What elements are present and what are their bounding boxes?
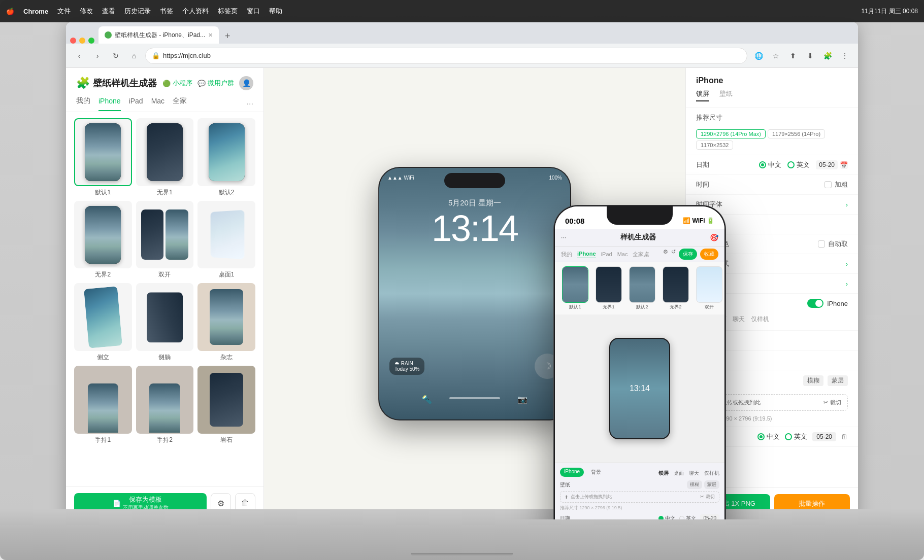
tab-close-icon[interactable]: ✕ bbox=[208, 32, 213, 39]
popup-tmpl-3[interactable]: 无界2 bbox=[661, 266, 691, 310]
maximize-button[interactable] bbox=[88, 38, 94, 44]
template-thumb-11[interactable] bbox=[197, 366, 255, 434]
template-item-3[interactable]: 无界2 bbox=[74, 201, 132, 279]
time-font-select[interactable]: › bbox=[846, 201, 848, 208]
radio-en-2[interactable]: 英文 bbox=[785, 432, 807, 441]
extension-button[interactable]: 🧩 bbox=[820, 49, 835, 63]
template-thumb-7[interactable] bbox=[136, 283, 194, 351]
calendar-icon-2[interactable]: 🗓 bbox=[841, 433, 848, 441]
widget-select[interactable]: › bbox=[846, 260, 848, 268]
popup-date-radio-en[interactable]: 英文 bbox=[679, 515, 696, 520]
template-thumb-5[interactable] bbox=[197, 201, 255, 269]
more-button[interactable]: ⋮ bbox=[838, 49, 852, 63]
date-input[interactable]: 05-20 📅 bbox=[816, 160, 848, 169]
template-thumb-6[interactable] bbox=[74, 283, 132, 351]
template-item-1[interactable]: 无界1 bbox=[136, 118, 194, 197]
template-item-8[interactable]: 杂志 bbox=[197, 283, 255, 362]
size-tag-0[interactable]: 1290×2796 (14Pro Max) bbox=[696, 129, 766, 138]
translate-button[interactable]: 🌐 bbox=[751, 49, 766, 63]
popup-tmpl-1[interactable]: 无界1 bbox=[593, 266, 624, 310]
popup-reset-icon[interactable]: ↺ bbox=[671, 249, 676, 260]
popup-date-radio-cn[interactable]: 中文 bbox=[658, 515, 675, 520]
share-button[interactable]: ⬆ bbox=[786, 49, 800, 63]
menu-history[interactable]: 历史记录 bbox=[124, 7, 151, 16]
menu-bookmarks[interactable]: 书签 bbox=[160, 7, 173, 16]
template-thumb-3[interactable] bbox=[74, 201, 132, 269]
auto-pick-checkbox[interactable]: 自动取 bbox=[818, 239, 848, 249]
blur-button[interactable]: 模糊 bbox=[803, 375, 823, 386]
menu-window[interactable]: 窗口 bbox=[247, 7, 260, 16]
template-item-2[interactable]: 默认2 bbox=[197, 118, 255, 197]
forward-button[interactable]: › bbox=[90, 49, 105, 63]
layer-button[interactable]: 蒙层 bbox=[828, 375, 848, 386]
popup-crop-btn[interactable]: ✂ 裁切 bbox=[700, 494, 715, 500]
template-item-6[interactable]: 侧立 bbox=[74, 283, 132, 362]
popup-date-value[interactable]: 05-20 bbox=[700, 514, 719, 519]
menu-file[interactable]: 文件 bbox=[57, 7, 71, 16]
home-button[interactable]: ⌂ bbox=[127, 49, 141, 63]
template-thumb-1[interactable] bbox=[136, 118, 194, 186]
calendar-icon[interactable]: 📅 bbox=[840, 161, 848, 169]
template-item-9[interactable]: 手持1 bbox=[74, 366, 132, 444]
popup-tmpl-0[interactable]: 默认1 bbox=[560, 266, 590, 310]
device-toggle[interactable] bbox=[807, 299, 823, 308]
tab-my[interactable]: 我的 bbox=[76, 96, 90, 112]
bookmark-button[interactable]: ☆ bbox=[769, 49, 783, 63]
wechat-group-button[interactable]: 💬 微用户群 bbox=[197, 79, 234, 88]
subtab-lockscreen[interactable]: 锁屏 bbox=[696, 89, 709, 101]
menu-edit[interactable]: 修改 bbox=[80, 7, 93, 16]
apple-icon[interactable]: 🍎 bbox=[6, 8, 14, 15]
layout-tab-chat[interactable]: 聊天 bbox=[733, 315, 745, 325]
popup-layout-chat[interactable]: 聊天 bbox=[689, 470, 699, 477]
template-thumb-0[interactable] bbox=[74, 118, 132, 186]
close-button[interactable] bbox=[70, 38, 76, 44]
crop-button[interactable]: ✂ 裁切 bbox=[823, 399, 841, 406]
operator-select[interactable]: › bbox=[846, 280, 848, 288]
popup-device-tab-iphone[interactable]: iPhone bbox=[560, 468, 584, 477]
popup-tmpl-thumb-3[interactable] bbox=[663, 266, 689, 303]
popup-tmpl-2[interactable]: 默认2 bbox=[627, 266, 657, 310]
popup-layout-lock[interactable]: 锁屏 bbox=[658, 470, 669, 477]
user-avatar[interactable]: 👤 bbox=[239, 76, 253, 90]
address-bar[interactable]: 🔒 https://mjcn.club bbox=[145, 48, 747, 64]
radio-cn-2[interactable]: 中文 bbox=[757, 432, 780, 441]
size-tag-2[interactable]: 1170×2532 bbox=[696, 141, 733, 150]
reload-button[interactable]: ↻ bbox=[109, 49, 123, 63]
layout-tab-mockup[interactable]: 仅样机 bbox=[751, 315, 769, 325]
popup-tab-all[interactable]: 全家桌 bbox=[633, 251, 649, 258]
minimize-button[interactable] bbox=[79, 38, 85, 44]
miniprogram-button[interactable]: 🟢 小程序 bbox=[162, 79, 192, 88]
popup-tab-mac[interactable]: Mac bbox=[617, 251, 628, 257]
popup-tmpl-thumb-0[interactable] bbox=[562, 266, 588, 303]
radio-en[interactable]: 英文 bbox=[787, 160, 810, 169]
popup-tmpl-thumb-2[interactable] bbox=[629, 266, 655, 303]
popup-save-button[interactable]: 保存 bbox=[679, 249, 697, 260]
tab-ipad[interactable]: iPad bbox=[129, 97, 143, 111]
template-thumb-2[interactable] bbox=[197, 118, 255, 186]
template-thumb-8[interactable] bbox=[197, 283, 255, 351]
popup-settings-icon[interactable]: ⚙ bbox=[663, 249, 668, 260]
popup-device-tab-bg[interactable]: 背景 bbox=[587, 468, 605, 477]
popup-tab-iphone[interactable]: iPhone bbox=[577, 251, 596, 258]
tab-iphone[interactable]: iPhone bbox=[98, 97, 121, 111]
popup-collect-button[interactable]: 收藏 bbox=[700, 249, 718, 260]
radio-cn[interactable]: 中文 bbox=[759, 160, 781, 169]
template-thumb-9[interactable] bbox=[74, 366, 132, 434]
menu-help[interactable]: 帮助 bbox=[269, 7, 282, 16]
popup-layout-desk[interactable]: 桌面 bbox=[674, 470, 684, 477]
back-button[interactable]: ‹ bbox=[72, 49, 86, 63]
template-item-10[interactable]: 手持2 bbox=[136, 366, 194, 444]
new-tab-button[interactable]: + bbox=[221, 29, 235, 44]
popup-tab-ipad[interactable]: iPad bbox=[601, 251, 612, 257]
download-button[interactable]: ⬇ bbox=[803, 49, 817, 63]
popup-layer-button[interactable]: 蒙层 bbox=[704, 480, 719, 489]
menu-view[interactable]: 查看 bbox=[102, 7, 115, 16]
bold-checkbox[interactable]: 加粗 bbox=[824, 180, 848, 189]
menu-chrome[interactable]: Chrome bbox=[23, 8, 48, 15]
template-item-5[interactable]: 桌面1 bbox=[197, 201, 255, 279]
popup-layout-mockup[interactable]: 仅样机 bbox=[704, 470, 719, 477]
template-item-4[interactable]: 双开 bbox=[136, 201, 194, 279]
template-item-7[interactable]: 侧躺 bbox=[136, 283, 194, 362]
template-item-0[interactable]: 默认1 bbox=[74, 118, 132, 197]
menu-tabs[interactable]: 标签页 bbox=[218, 7, 238, 16]
